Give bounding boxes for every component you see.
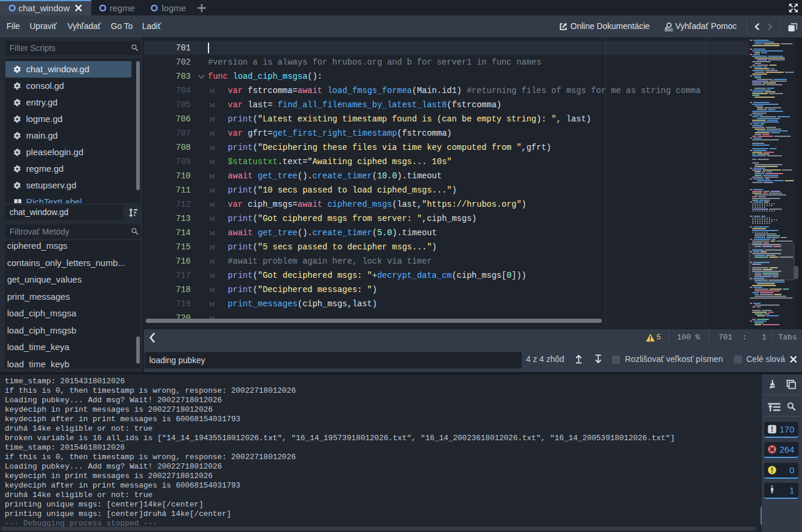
- svg-text:DOC: DOC: [665, 28, 673, 32]
